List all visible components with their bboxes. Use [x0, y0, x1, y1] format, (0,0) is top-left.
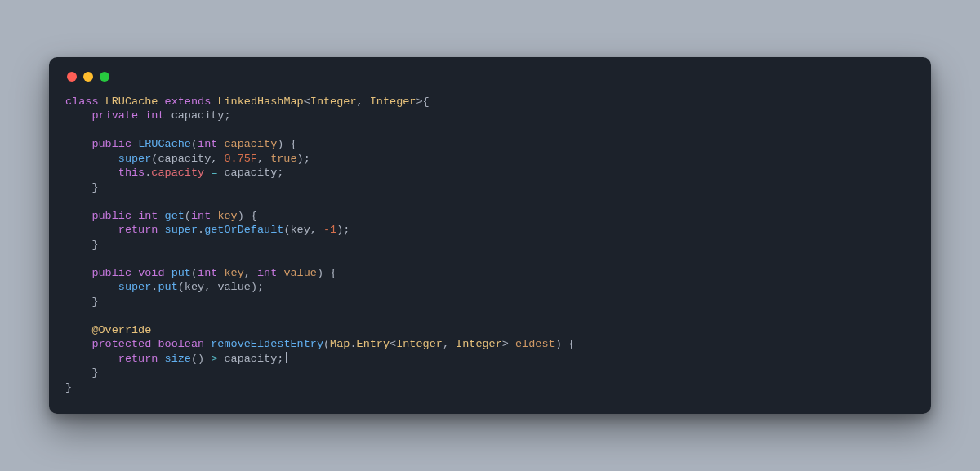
punct: . [198, 224, 204, 236]
call-super: super [165, 224, 198, 236]
punct: { [291, 138, 297, 150]
indent [65, 181, 91, 193]
field-capacity: capacity [151, 167, 204, 179]
ident-capacity: capacity [172, 109, 225, 122]
keyword-protected: protected [91, 338, 151, 350]
param-capacity: capacity [224, 138, 277, 150]
punct: , [257, 153, 270, 165]
punct: ( [191, 138, 198, 150]
punct: ; [257, 281, 264, 293]
keyword-class: class [65, 96, 99, 108]
type-int: int [198, 138, 217, 150]
punct: { [251, 210, 257, 222]
code-block: class LRUCache extends LinkedHashMap<Int… [65, 95, 915, 395]
op-greater: > [204, 353, 224, 365]
type-int: int [257, 267, 277, 279]
minimize-icon[interactable] [83, 72, 93, 82]
punct: , [357, 96, 370, 108]
type-boolean: boolean [158, 338, 204, 350]
punct: , [443, 338, 456, 350]
call-size: size [165, 353, 191, 365]
call-put: put [158, 281, 177, 293]
indent [65, 267, 91, 279]
ident-capacity: capacity [224, 167, 277, 179]
punct: < [390, 338, 396, 350]
param-key: key [224, 267, 243, 279]
punct: ( [185, 210, 191, 222]
method-put: put [172, 267, 191, 279]
indent [65, 153, 118, 165]
punct: } [91, 295, 98, 308]
type-int: int [191, 210, 211, 222]
punct: ; [277, 353, 283, 365]
keyword-extends: extends [165, 96, 212, 108]
punct: ( [191, 267, 198, 279]
param-eldest: eldest [515, 338, 555, 350]
indent [65, 353, 118, 365]
keyword-return: return [118, 224, 158, 236]
arg-value: value [217, 281, 251, 293]
num-neg1: -1 [323, 224, 336, 236]
punct: > [416, 96, 422, 108]
punct: } [91, 367, 98, 379]
lit-true: true [270, 153, 296, 165]
type-void: void [138, 267, 164, 279]
punct: { [330, 267, 336, 279]
punct: > [502, 338, 509, 350]
punct: } [91, 181, 98, 193]
window-titlebar [65, 72, 915, 95]
indent [65, 167, 118, 179]
method-get: get [165, 210, 185, 222]
indent [65, 367, 91, 379]
punct: ( [191, 353, 198, 365]
punct: ( [178, 281, 185, 293]
type-map: Map [330, 338, 350, 350]
keyword-return: return [118, 353, 158, 365]
indent [65, 224, 118, 236]
annotation-override: @Override [91, 324, 151, 336]
punct: } [65, 381, 72, 393]
punct: ) [297, 153, 304, 165]
indent [65, 324, 91, 336]
punct: ) [317, 267, 323, 279]
arg-key: key [185, 281, 204, 293]
punct: ) [238, 210, 244, 222]
indent [65, 109, 91, 122]
op-assign: = [204, 167, 224, 179]
num-075f: 0.75F [224, 153, 257, 165]
keyword-public: public [91, 210, 131, 222]
keyword-private: private [91, 109, 138, 122]
punct: ( [323, 338, 330, 350]
punct: < [304, 96, 310, 108]
punct: ) [277, 138, 283, 150]
text-cursor-icon [286, 352, 287, 363]
type-entry: Entry [357, 338, 390, 350]
punct: ; [277, 167, 283, 179]
indent [65, 295, 91, 308]
ident-capacity: capacity [224, 353, 277, 365]
close-icon[interactable] [67, 72, 77, 82]
code-window: class LRUCache extends LinkedHashMap<Int… [49, 57, 931, 415]
type-integer: Integer [456, 338, 502, 350]
call-getordefault: getOrDefault [204, 224, 283, 236]
param-value: value [283, 267, 317, 279]
punct: ) [555, 338, 562, 350]
punct: , [310, 224, 323, 236]
punct: ) [251, 281, 257, 293]
zoom-icon[interactable] [100, 72, 109, 82]
type-integer: Integer [370, 96, 416, 108]
indent [65, 138, 91, 150]
punct: , [244, 267, 257, 279]
indent [65, 238, 91, 251]
indent [65, 210, 91, 222]
arg-capacity: capacity [158, 153, 211, 165]
type-linkedhashmap: LinkedHashMap [217, 96, 303, 108]
type-int: int [145, 109, 164, 122]
punct: { [568, 338, 575, 350]
punct: . [350, 338, 356, 350]
punct: } [91, 238, 98, 251]
punct: { [423, 96, 430, 108]
method-removeeldest: removeEldestEntry [211, 338, 323, 350]
punct: , [204, 281, 217, 293]
type-int: int [138, 210, 158, 222]
